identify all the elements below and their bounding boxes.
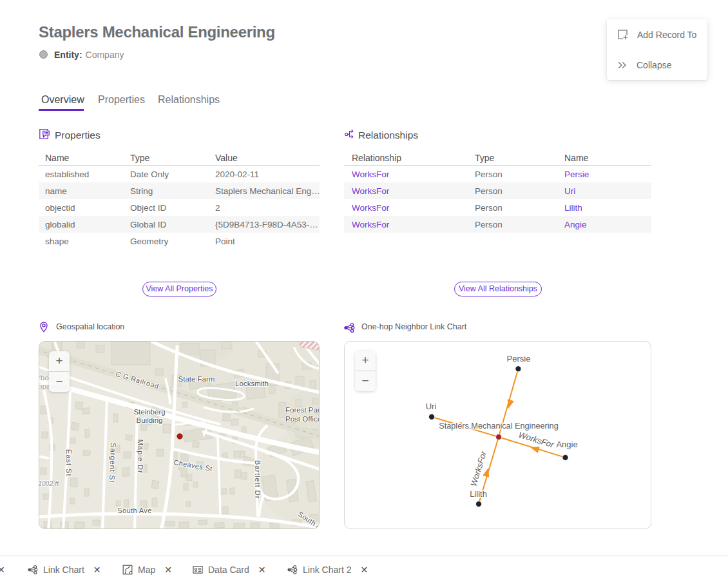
svg-text:Maple Dr: Maple Dr [137, 439, 144, 473]
svg-text:Bartlett Dr: Bartlett Dr [254, 460, 262, 500]
svg-text:Post Office: Post Office [285, 415, 320, 423]
svg-text:Steinberg: Steinberg [133, 408, 165, 416]
svg-text:Sargent St: Sargent St [108, 443, 117, 483]
svg-text:Uri: Uri [426, 402, 437, 411]
svg-text:WorksFor: WorksFor [517, 430, 555, 450]
svg-text:Persie: Persie [507, 354, 531, 364]
svg-text:Building: Building [137, 416, 163, 424]
svg-text:South Ave: South Ave [117, 507, 152, 514]
svg-text:East St: East St [65, 449, 73, 477]
svg-text:Angie: Angie [556, 440, 577, 449]
svg-text:Lilith: Lilith [470, 489, 487, 499]
svg-text:State Farm: State Farm [178, 375, 215, 383]
svg-text:Staplers Mechanical Engineerin: Staplers Mechanical Engineering [439, 422, 559, 431]
svg-text:Forest Park: Forest Park [285, 406, 320, 414]
svg-text:Locksmith: Locksmith [235, 380, 269, 387]
svg-text:1002 ft: 1002 ft [39, 480, 59, 487]
